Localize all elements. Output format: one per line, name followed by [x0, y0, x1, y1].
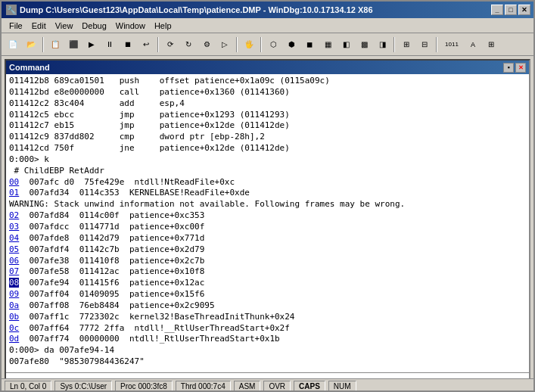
title-bar: 🔧 Dump C:\Users\Guest123\AppData\Local\T… — [2, 2, 533, 18]
toolbar-sep-4 — [260, 37, 262, 52]
main-window: 🔧 Dump C:\Users\Guest123\AppData\Local\T… — [2, 2, 533, 392]
toolbar-btn-5[interactable]: ▶ — [83, 36, 100, 53]
toolbar-btn-6[interactable]: ⏸ — [101, 36, 118, 53]
menu-window[interactable]: Window — [111, 20, 150, 31]
toolbar-btn-13[interactable]: 🖐 — [241, 36, 257, 53]
app-icon: 🔧 — [6, 5, 17, 15]
status-num: NUM — [328, 381, 356, 393]
toolbar-btn-17[interactable]: ▦ — [319, 36, 336, 53]
code-output: 011412b8 689ca01501 push offset patience… — [9, 76, 526, 368]
command-prompt-btn[interactable]: ▪ — [503, 63, 514, 73]
toolbar: 📄 📂 📋 ⬛ ▶ ⏸ ⏹ ↩ ⟳ ↻ ⚙ ▷ 🖐 ⬡ ⬢ ◼ ▦ ◧ ▩ ◨ … — [2, 33, 533, 56]
toolbar-btn-15[interactable]: ⬢ — [283, 36, 300, 53]
toolbar-btn-21[interactable]: ⊞ — [398, 36, 415, 53]
toolbar-btn-16[interactable]: ◼ — [301, 36, 318, 53]
status-proc: Proc 000:3fc8 — [115, 381, 173, 393]
toolbar-sep-2 — [157, 37, 159, 52]
toolbar-btn-19[interactable]: ▩ — [356, 36, 372, 53]
toolbar-open-btn[interactable]: 📂 — [23, 36, 39, 53]
toolbar-new-btn[interactable]: 📄 — [5, 36, 21, 53]
minimize-button[interactable]: _ — [491, 5, 503, 15]
command-panel: Command ▪ ✕ 011412b8 689ca01501 push off… — [5, 59, 530, 390]
toolbar-sep-6 — [436, 37, 437, 52]
maximize-button[interactable]: □ — [505, 5, 517, 15]
toolbar-btn-8[interactable]: ↩ — [138, 36, 154, 53]
status-asm: ASM — [234, 381, 261, 393]
command-panel-title: Command — [9, 63, 50, 72]
toolbar-btn-25[interactable]: ⊞ — [483, 36, 499, 53]
status-sys: Sys 0:C:\User — [54, 381, 112, 393]
status-caps: CAPS — [294, 381, 325, 393]
menu-debug[interactable]: Debug — [77, 20, 110, 31]
toolbar-btn-7[interactable]: ⏹ — [120, 36, 136, 53]
toolbar-btn-20[interactable]: ◨ — [374, 36, 390, 53]
toolbar-btn-23[interactable]: 1011 — [440, 36, 463, 53]
title-bar-title-area: 🔧 Dump C:\Users\Guest123\AppData\Local\T… — [6, 5, 491, 15]
toolbar-btn-12[interactable]: ▷ — [216, 36, 233, 53]
toolbar-btn-10[interactable]: ↻ — [180, 36, 197, 53]
command-close-btn[interactable]: ✕ — [515, 63, 526, 73]
toolbar-sep-3 — [236, 37, 238, 52]
command-title-icons: ▪ ✕ — [503, 63, 526, 73]
status-bar-inner: Ln 0, Col 0 Sys 0:C:\User Proc 000:3fc8 … — [2, 379, 533, 392]
toolbar-btn-9[interactable]: ⟳ — [162, 36, 179, 53]
content-area[interactable]: 011412b8 689ca01501 push offset patience… — [6, 74, 529, 372]
toolbar-btn-14[interactable]: ⬡ — [265, 36, 281, 53]
toolbar-btn-11[interactable]: ⚙ — [198, 36, 215, 53]
menu-bar: File Edit View Debug Window Help — [2, 18, 533, 33]
status-bar: Ln 0, Col 0 Sys 0:C:\User Proc 000:3fc8 … — [2, 378, 533, 392]
menu-view[interactable]: View — [51, 20, 78, 31]
status-ovr: OVR — [263, 381, 291, 393]
window-title: Dump C:\Users\Guest123\AppData\Local\Tem… — [20, 5, 373, 14]
toolbar-btn-24[interactable]: A — [465, 36, 481, 53]
status-thrd: Thrd 000:7c4 — [176, 381, 231, 393]
command-title-bar: Command ▪ ✕ — [6, 61, 529, 74]
status-ln-col: Ln 0, Col 0 — [5, 381, 51, 393]
close-button[interactable]: ✕ — [518, 5, 530, 15]
toolbar-btn-4[interactable]: ⬛ — [65, 36, 82, 53]
menu-edit[interactable]: Edit — [27, 20, 51, 31]
toolbar-sep-5 — [393, 37, 395, 52]
toolbar-sep-1 — [42, 37, 44, 52]
toolbar-btn-18[interactable]: ◧ — [337, 36, 354, 53]
menu-file[interactable]: File — [5, 20, 27, 31]
toolbar-btn-22[interactable]: ⊟ — [416, 36, 433, 53]
toolbar-btn-3[interactable]: 📋 — [47, 36, 64, 53]
menu-help[interactable]: Help — [150, 20, 176, 31]
title-bar-buttons: _ □ ✕ — [491, 5, 530, 15]
